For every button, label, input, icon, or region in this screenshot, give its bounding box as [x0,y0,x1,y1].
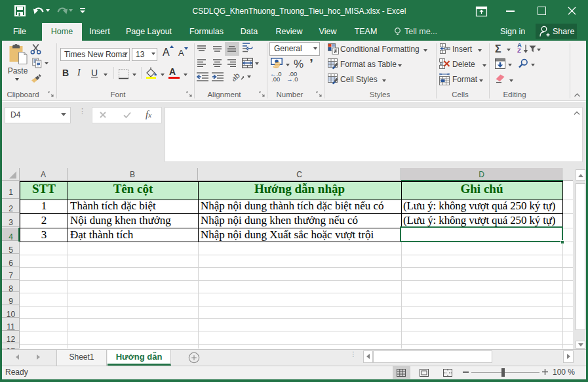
svg-text:ab: ab [233,71,242,82]
